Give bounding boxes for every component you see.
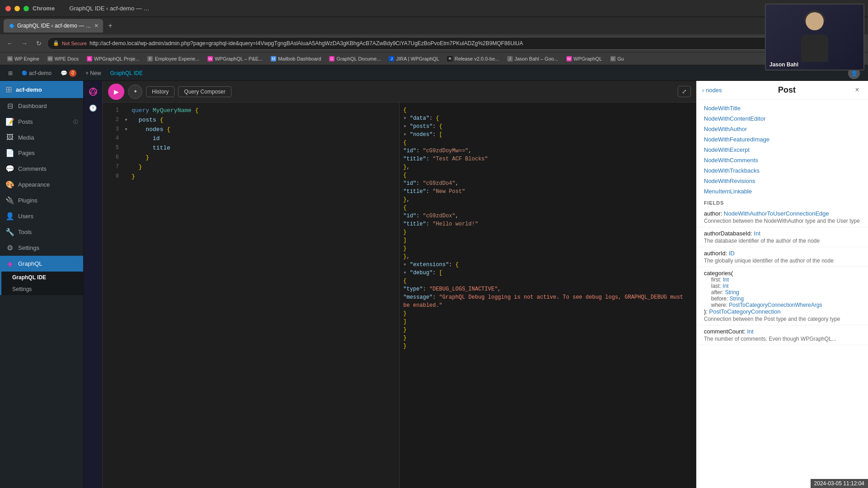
result-line: ]: [403, 236, 693, 244]
field-arg: after: String: [711, 289, 861, 296]
wp-new-item[interactable]: + New: [81, 66, 105, 81]
bookmark-employee[interactable]: E Employee Experie...: [144, 55, 203, 62]
code-text: }: [132, 163, 396, 172]
field-signature: commentCount: Int: [704, 328, 861, 335]
type-link-NodeWithContentEditor[interactable]: NodeWithContentEditor: [697, 113, 868, 124]
bookmark-wpgraphql[interactable]: G WPGraphQL Proje...: [83, 55, 143, 62]
field-arg: first: Int: [711, 277, 861, 283]
code-line-7: 7 }: [103, 163, 399, 172]
type-link-NodeWithComments[interactable]: NodeWithComments: [697, 155, 868, 165]
sidebar-item-media[interactable]: 🖼 Media: [0, 130, 83, 145]
bookmark-favicon: W: [47, 56, 53, 61]
forward-button[interactable]: →: [18, 37, 31, 50]
field-type-link[interactable]: NodeWithAuthorToUserConnectionEdge: [724, 210, 829, 217]
graphql-ide-icon[interactable]: [86, 84, 100, 99]
sidebar-item-dashboard[interactable]: ⊟ Dashboard: [0, 98, 83, 114]
graphql-submenu: GraphQL IDE Settings: [0, 272, 83, 295]
fields-header: FIELDS: [697, 197, 868, 207]
field-close: ): PostToCategoryConnection: [704, 308, 861, 315]
new-tab-button[interactable]: +: [105, 20, 116, 31]
nav-bar: ← → ↻ 🔒 Not Secure http://acf-demo.local…: [0, 34, 868, 52]
bookmark-label: WPGraphQL – P&E...: [215, 56, 263, 61]
field-desc: The globally unique identifier of the au…: [704, 258, 861, 264]
bookmark-release[interactable]: R Release v2.0.0-be...: [443, 55, 502, 62]
run-query-button[interactable]: ▶: [108, 84, 124, 100]
field-type-link[interactable]: Int: [747, 328, 753, 335]
bookmark-wpgraphql2[interactable]: W WPGraphQL: [563, 55, 606, 62]
bookmark-label: Release v2.0.0-be...: [454, 56, 499, 61]
sidebar-item-label: Tools: [18, 229, 32, 235]
field-type-link[interactable]: PostToCategoryConnection: [709, 308, 781, 315]
field-desc: The database identifier of the author of…: [704, 238, 861, 244]
submenu-graphql-settings[interactable]: Settings: [1, 283, 83, 295]
query-editor[interactable]: 1 query MyQueryName { 2 ▾ posts { 3 ▾ no…: [103, 103, 399, 488]
bookmark-wpe-docs[interactable]: W WPE Docs: [44, 55, 82, 62]
type-link-NodeWithTrackbacks[interactable]: NodeWithTrackbacks: [697, 165, 868, 176]
code-text: posts {: [132, 116, 396, 125]
webcam-overlay: Jason Bahl: [765, 4, 864, 70]
back-to-nodes-link[interactable]: ‹ nodes: [702, 87, 722, 94]
wp-site-name[interactable]: 🔵 acf-demo: [17, 66, 56, 81]
address-bar[interactable]: 🔒 Not Secure http://acf-demo.local/wp-ad…: [47, 37, 826, 50]
sidebar-top[interactable]: ⊞ acf-demo: [0, 81, 83, 98]
sidebar-item-comments[interactable]: 💬 Comments: [0, 161, 83, 177]
field-authorId: authorId: ID The globally unique identif…: [697, 247, 868, 267]
code-text: query MyQueryName {: [132, 106, 396, 116]
bookmark-wpgraphql-pe[interactable]: W WPGraphQL – P&E...: [204, 55, 266, 62]
wp-plugin-item[interactable]: GraphQL IDE: [105, 66, 147, 81]
sidebar-item-users[interactable]: 👤 Users: [0, 208, 83, 224]
history-icon-btn[interactable]: 🕐: [86, 101, 100, 115]
query-composer-button[interactable]: Query Composer: [178, 86, 231, 97]
type-link-NodeWithTitle[interactable]: NodeWithTitle: [697, 103, 868, 113]
sidebar-item-graphql[interactable]: ◈ GraphQL ◀: [0, 256, 83, 272]
code-line-4: 4 id: [103, 134, 399, 144]
field-type-link[interactable]: ID: [729, 250, 735, 257]
bookmark-mailbob[interactable]: M Mailbob Dashboard: [267, 55, 325, 62]
minimize-dot[interactable]: [14, 6, 20, 11]
maximize-dot[interactable]: [24, 6, 29, 11]
prettify-button[interactable]: ✦: [128, 84, 142, 99]
history-button[interactable]: History: [146, 86, 175, 97]
type-link-NodeWithAuthor[interactable]: NodeWithAuthor: [697, 124, 868, 134]
code-line-6: 6 }: [103, 153, 399, 163]
bookmark-wp-engine[interactable]: W WP Engine: [4, 55, 43, 62]
type-link-NodeWithExcerpt[interactable]: NodeWithExcerpt: [697, 145, 868, 155]
sidebar-item-pages[interactable]: 📄 Pages: [0, 145, 83, 161]
wp-logo-item[interactable]: ⊞: [4, 66, 17, 81]
type-link-MenuItemLinkable[interactable]: MenuItemLinkable: [697, 186, 868, 197]
type-link-NodeWithRevisions[interactable]: NodeWithRevisions: [697, 176, 868, 186]
field-name: commentCount:: [704, 328, 747, 335]
bookmark-jira[interactable]: J JIRA | WPGraphQL: [385, 55, 443, 62]
graphql-toolbar: ▶ ✦ History Query Composer ⤢: [103, 81, 696, 103]
site-name-label: acf-demo: [29, 70, 52, 76]
close-dot[interactable]: [5, 6, 11, 11]
field-type-link[interactable]: Int: [754, 230, 760, 237]
field-author: author: NodeWithAuthorToUserConnectionEd…: [697, 207, 868, 227]
tab-close-button[interactable]: ✕: [94, 23, 99, 29]
sidebar-item-label: GraphQL: [18, 260, 42, 267]
type-link-NodeWithFeaturedImage[interactable]: NodeWithFeaturedImage: [697, 134, 868, 145]
bookmark-graphql-docs[interactable]: G GraphQL Docume...: [326, 55, 384, 62]
settings-icon: ⚙: [5, 244, 14, 252]
bookmark-gu[interactable]: G Gu: [607, 55, 628, 62]
sidebar-site-name: acf-demo: [16, 86, 42, 93]
sidebar-item-posts[interactable]: 📝 Posts ⓘ: [0, 114, 83, 130]
sidebar-item-appearance[interactable]: 🎨 Appearance: [0, 177, 83, 192]
users-icon: 👤: [5, 212, 14, 221]
sidebar-item-tools[interactable]: 🔧 Tools: [0, 224, 83, 240]
wp-comments-item[interactable]: 💬 0: [56, 66, 81, 81]
field-arg: where: PostToCategoryConnectionWhereArgs: [711, 302, 861, 308]
sidebar-item-settings[interactable]: ⚙ Settings: [0, 240, 83, 256]
sidebar-item-plugins[interactable]: 🔌 Plugins: [0, 192, 83, 208]
code-text: nodes {: [132, 125, 396, 135]
close-panel-button[interactable]: ×: [852, 84, 863, 95]
active-tab[interactable]: 🔷 GraphQL IDE ‹ acf-demo — … ✕: [4, 19, 103, 33]
refresh-button[interactable]: ↻: [33, 37, 45, 50]
sidebar-item-label: Comments: [18, 165, 47, 172]
code-line-5: 5 title: [103, 144, 399, 153]
submenu-graphql-ide[interactable]: GraphQL IDE: [1, 272, 83, 283]
bookmark-jason[interactable]: J Jason Bahl – Goo...: [504, 55, 562, 62]
expand-button[interactable]: ⤢: [678, 86, 691, 97]
back-button[interactable]: ←: [4, 37, 16, 50]
result-viewer[interactable]: { ▾ "data": { ▾ "posts": { ▾ "nodes": [ …: [400, 103, 696, 488]
